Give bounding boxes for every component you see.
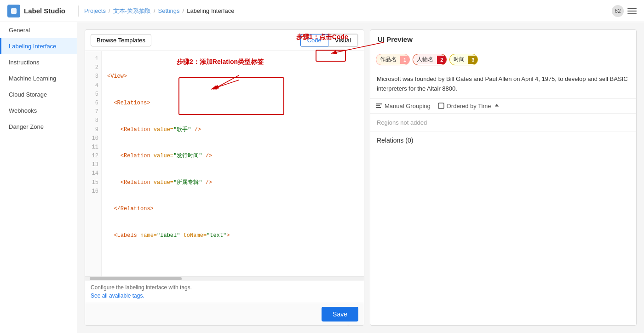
browse-templates-button[interactable]: Browse Templates [91, 34, 151, 46]
svg-rect-0 [11, 8, 17, 14]
ordered-by-time-item[interactable]: Ordered by Time [438, 103, 500, 109]
sidebar-item-general[interactable]: General [0, 22, 77, 38]
svg-rect-3 [376, 107, 381, 108]
preview-header: UI Preview [370, 30, 636, 49]
code-content[interactable]: <View> <Relations> <Relation value="歌手" … [102, 51, 364, 276]
ordered-by-time-icon [438, 103, 444, 109]
code-visual-tabs: Code Visual [300, 34, 358, 47]
breadcrumb-projects[interactable]: Projects [84, 7, 106, 14]
sidebar-item-cloud-storage[interactable]: Cloud Storage [0, 86, 77, 103]
sidebar: General Labeling Interface Instructions … [0, 22, 77, 333]
breadcrumb-project-name[interactable]: 文本-关系抽取 [113, 7, 151, 15]
breadcrumb-settings[interactable]: Settings [158, 7, 180, 14]
nav-badge: 62 [612, 5, 624, 17]
editor-footer: Configure the labeling interface with ta… [85, 280, 364, 303]
editor-toolbar: Browse Templates Code Visual [85, 30, 364, 51]
line-numbers: 12345 678910 111213141516 [85, 51, 102, 276]
nav-right: 62 [612, 5, 637, 17]
save-button[interactable]: Save [322, 307, 358, 322]
breadcrumb: Projects / 文本-关系抽取 / Settings / Labeling… [84, 7, 235, 15]
label-tag-0: 作品名 1 [376, 54, 410, 65]
breadcrumb-current: Labeling Interface [187, 7, 234, 14]
manual-grouping-icon [376, 103, 382, 109]
label-tag-2: 时间 3 [449, 54, 478, 65]
sidebar-item-webhooks[interactable]: Webhooks [0, 103, 77, 119]
footer-text: Configure the labeling interface with ta… [91, 284, 358, 291]
manual-grouping-item[interactable]: Manual Grouping [376, 103, 431, 109]
code-editor[interactable]: 12345 678910 111213141516 <View> <Relati… [85, 51, 364, 276]
sidebar-item-labeling-interface[interactable]: Labeling Interface [0, 38, 77, 54]
preview-text: Microsoft was founded by Bill Gates and … [370, 70, 636, 99]
hamburger-menu[interactable] [627, 6, 637, 16]
preview-panel: UI Preview 作品名 1 人物名 2 [370, 29, 637, 326]
svg-rect-2 [376, 105, 380, 106]
code-tab-button[interactable]: Code [300, 34, 328, 46]
svg-rect-1 [376, 103, 382, 104]
sidebar-item-danger-zone[interactable]: Danger Zone [0, 119, 77, 135]
footer-link[interactable]: See all available tags. [91, 293, 358, 299]
sidebar-item-machine-learning[interactable]: Machine Learning [0, 70, 77, 86]
relations-header: Relations (0) [370, 132, 636, 149]
sort-arrow-icon [494, 103, 500, 109]
label-tag-1: 人物名 2 [413, 54, 447, 65]
editor-panel: Browse Templates Code Visual 12345 67891… [85, 29, 364, 326]
label-tags-bar: 作品名 1 人物名 2 时间 3 [370, 49, 636, 70]
visual-tab-button[interactable]: Visual [328, 34, 358, 46]
divider [78, 6, 79, 17]
svg-rect-4 [438, 103, 444, 109]
regions-empty: Regions not added [370, 114, 636, 132]
manual-grouping-label: Manual Grouping [385, 103, 431, 109]
grouping-bar: Manual Grouping Ordered by Time [370, 99, 636, 114]
content-area: Browse Templates Code Visual 12345 67891… [77, 22, 644, 333]
top-nav: Label Studio Projects / 文本-关系抽取 / Settin… [0, 0, 644, 22]
ordered-by-time-label: Ordered by Time [447, 103, 491, 109]
logo: Label Studio [7, 5, 65, 17]
editor-bottom-bar: Save [85, 303, 364, 325]
logo-text: Label Studio [24, 7, 65, 15]
logo-icon [7, 5, 20, 17]
sidebar-item-instructions[interactable]: Instructions [0, 54, 77, 70]
horizontal-scrollbar[interactable] [85, 276, 364, 280]
